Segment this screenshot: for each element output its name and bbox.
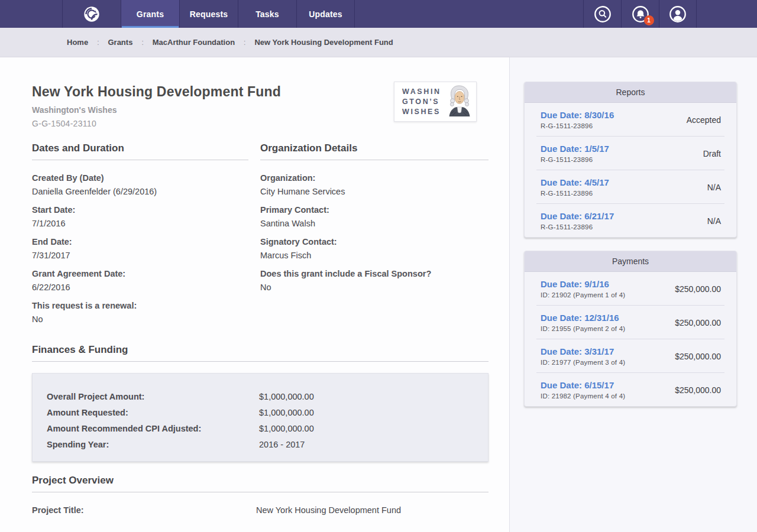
section-dates-and-duration: Dates and Duration Created By (Date) Dan… [32,142,248,331]
tab-updates[interactable]: Updates [296,0,355,28]
breadcrumb: Home : Grants : MacArthur Foundation : N… [0,28,757,57]
wordmark-line: WISHES [402,107,441,117]
finances-heading: Finances & Funding [32,344,489,362]
breadcrumb-grants[interactable]: Grants [108,38,132,47]
report-status: Accepted [687,115,721,125]
grantee-logo-card: WASHIN GTON’S WISHES [394,82,477,122]
payment-due-date-link[interactable]: Due Date: 6/15/17 [541,380,625,390]
field-value: No [260,281,489,294]
field-label: Primary Contact: [260,203,489,217]
finance-value: $1,000,000.00 [259,421,474,437]
payment-due-date-link[interactable]: Due Date: 3/31/17 [541,346,625,356]
field-value: New York Housing Development Fund [256,504,489,517]
grant-detail: New York Housing Development Fund Washin… [0,57,510,532]
report-row-left: Due Date: 8/30/16 R-G-1511-23896 [541,110,614,129]
report-row: Due Date: 8/30/16 R-G-1511-23896 Accepte… [525,103,736,136]
finance-label: Amount Requested: [47,405,259,421]
field-label: Project Title: [32,504,256,517]
notification-badge: 1 [644,15,654,25]
tab-updates-label: Updates [309,9,342,19]
field-created-by: Created By (Date) Daniella Greenfelder (… [32,171,248,199]
dates-heading: Dates and Duration [32,142,248,160]
payment-due-date-link[interactable]: Due Date: 12/31/16 [541,313,625,323]
grantee-logo-wordmark: WASHIN GTON’S WISHES [402,87,441,117]
field-renewal: This request is a renewal: No [32,299,248,326]
finance-row-overall-project-amount: Overall Project Amount: $1,000,000.00 [47,389,474,405]
payment-row: Due Date: 9/1/16 ID: 21902 (Payment 1 of… [525,272,736,305]
bell-icon: 1 [632,5,649,23]
report-row-left: Due Date: 6/21/17 R-G-1511-23896 [541,211,614,231]
wordmark-line: WASHIN [402,87,441,97]
payment-detail: ID: 21955 (Payment 2 of 4) [541,325,625,332]
tab-requests[interactable]: Requests [179,0,238,28]
breadcrumb-separator: : [244,38,245,47]
finance-row-amount-recommended: Amount Recommended CPI Adjusted: $1,000,… [47,421,474,437]
notifications-button[interactable]: 1 [621,0,659,28]
active-tab-underline [122,26,179,28]
payment-due-date-link[interactable]: Due Date: 9/1/16 [541,279,625,289]
fluxx-logo-icon [83,5,101,23]
field-start-date: Start Date: 7/1/2016 [32,203,248,231]
payment-detail: ID: 21977 (Payment 3 of 4) [541,359,625,366]
reports-panel: Reports Due Date: 8/30/16 R-G-1511-23896… [524,82,737,238]
field-project-title: Project Title: New York Housing Developm… [32,504,489,517]
report-due-date-link[interactable]: Due Date: 6/21/17 [541,211,614,221]
finance-value: $1,000,000.00 [259,405,474,421]
report-status: N/A [707,183,721,192]
detail-columns: Dates and Duration Created By (Date) Dan… [32,142,489,331]
app-logo-button[interactable] [62,0,121,28]
field-grant-agreement-date: Grant Agreement Date: 6/22/2016 [32,267,248,294]
field-organization: Organization: City Humane Services [260,171,489,199]
report-row-left: Due Date: 1/5/17 R-G-1511-23896 [541,144,609,163]
tab-grants-label: Grants [137,9,164,19]
field-primary-contact: Primary Contact: Santina Walsh [260,203,489,231]
report-reference: R-G-1511-23896 [541,156,609,163]
tab-requests-label: Requests [190,9,228,19]
report-row: Due Date: 1/5/17 R-G-1511-23896 Draft [525,137,736,170]
report-due-date-link[interactable]: Due Date: 8/30/16 [541,110,614,120]
finance-label: Overall Project Amount: [47,389,259,405]
reports-panel-header: Reports [525,82,736,103]
report-reference: R-G-1511-23896 [541,122,614,129]
breadcrumb-current-grant[interactable]: New York Housing Development Fund [254,38,393,47]
field-value: Santina Walsh [260,217,489,231]
account-button[interactable] [659,0,697,28]
breadcrumb-macarthur-foundation[interactable]: MacArthur Foundation [153,38,235,47]
finance-row-spending-year: Spending Year: 2016 - 2017 [47,437,474,453]
field-value: 6/22/2016 [32,281,248,294]
field-fiscal-sponsor: Does this grant include a Fiscal Sponsor… [260,267,489,294]
report-due-date-link[interactable]: Due Date: 1/5/17 [541,144,609,154]
breadcrumb-home[interactable]: Home [67,38,88,47]
field-value: No [32,313,248,326]
search-button[interactable] [583,0,621,28]
field-label: Created By (Date) [32,171,248,185]
breadcrumb-separator: : [141,38,143,47]
page-title: New York Housing Development Fund [32,84,281,100]
title-block: New York Housing Development Fund Washin… [32,82,281,128]
tab-tasks[interactable]: Tasks [238,0,296,28]
payment-row: Due Date: 3/31/17 ID: 21977 (Payment 3 o… [525,339,736,372]
search-icon [594,5,612,23]
payments-panel: Payments Due Date: 9/1/16 ID: 21902 (Pay… [524,251,737,407]
finance-value: 2016 - 2017 [259,437,474,453]
nav-tabs: Grants Requests Tasks Updates [62,0,355,28]
user-icon [669,5,687,23]
report-row: Due Date: 6/21/17 R-G-1511-23896 N/A [525,204,736,237]
report-reference: R-G-1511-23896 [541,223,614,231]
payment-amount: $250,000.00 [675,385,721,395]
report-reference: R-G-1511-23896 [541,190,609,197]
organization-heading: Organization Details [260,142,489,160]
field-label: Start Date: [32,203,248,217]
report-row-left: Due Date: 4/5/17 R-G-1511-23896 [541,177,609,197]
finance-label: Amount Recommended CPI Adjusted: [47,421,259,437]
tab-grants[interactable]: Grants [121,0,179,28]
payment-detail: ID: 21902 (Payment 1 of 4) [541,291,625,299]
grantee-name: Washington's Wishes [32,105,281,115]
project-overview-heading: Project Overview [32,475,489,492]
field-value: 7/31/2017 [32,249,248,262]
payment-amount: $250,000.00 [675,352,721,361]
top-nav: Grants Requests Tasks Updates [0,0,757,28]
section-finances-funding: Finances & Funding Overall Project Amoun… [32,344,489,462]
report-due-date-link[interactable]: Due Date: 4/5/17 [541,177,609,187]
field-value: 7/1/2016 [32,217,248,231]
